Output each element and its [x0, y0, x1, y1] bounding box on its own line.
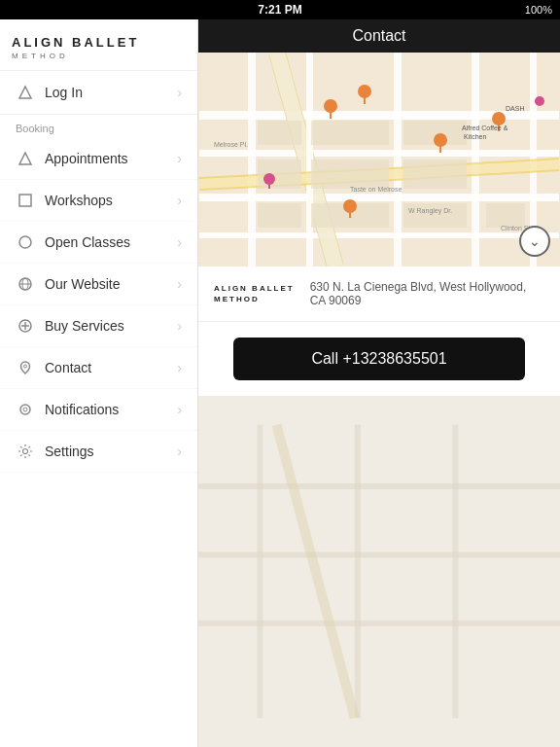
- logo-subtitle: METHOD: [12, 52, 186, 60]
- svg-rect-28: [311, 160, 389, 189]
- info-logo-line2: METHOD: [214, 294, 295, 304]
- status-time: 7:21 PM: [258, 3, 301, 17]
- svg-rect-50: [198, 551, 560, 557]
- workshops-label: Workshops: [45, 193, 177, 208]
- sidebar-item-notifications[interactable]: Notifications ›: [0, 389, 197, 431]
- chevron-right-icon: ›: [177, 276, 182, 292]
- sidebar-item-contact[interactable]: Contact ›: [0, 347, 197, 389]
- svg-rect-53: [355, 425, 361, 719]
- svg-rect-24: [258, 121, 301, 145]
- booking-section-label: Booking: [0, 115, 197, 138]
- sidebar-item-settings[interactable]: Settings ›: [0, 431, 197, 473]
- svg-rect-54: [452, 425, 458, 719]
- notifications-label: Notifications: [45, 402, 177, 417]
- svg-rect-49: [198, 483, 560, 489]
- open-classes-label: Open Classes: [45, 234, 177, 250]
- chevron-right-icon: ›: [177, 402, 182, 417]
- svg-rect-2: [19, 195, 31, 206]
- buy-services-label: Buy Services: [45, 318, 177, 334]
- user-icon: [16, 83, 35, 102]
- svg-rect-19: [248, 53, 256, 267]
- open-classes-icon: [16, 232, 35, 252]
- globe-icon: [16, 274, 35, 294]
- sidebar-item-buy-services[interactable]: Buy Services ›: [0, 305, 197, 347]
- status-right: 100%: [525, 4, 552, 16]
- svg-point-12: [23, 408, 27, 411]
- chevron-right-icon: ›: [177, 85, 182, 100]
- svg-point-3: [19, 236, 31, 248]
- logo-area: ALIGN BALLET METHOD: [0, 19, 197, 71]
- svg-text:Melrose Pl.: Melrose Pl.: [214, 141, 248, 148]
- login-row[interactable]: Log In ›: [0, 71, 197, 115]
- svg-marker-1: [19, 153, 31, 164]
- svg-point-10: [24, 365, 27, 368]
- contact-icon: [16, 358, 35, 377]
- our-website-label: Our Website: [45, 276, 177, 292]
- info-section: ALIGN BALLET METHOD 630 N. La Cienega Bl…: [198, 267, 560, 322]
- appointments-label: Appointments: [45, 151, 177, 166]
- svg-rect-52: [257, 425, 262, 719]
- sidebar-item-workshops[interactable]: Workshops ›: [0, 180, 197, 222]
- notifications-icon: [16, 400, 35, 419]
- svg-marker-0: [19, 87, 31, 98]
- logo-title: ALIGN BALLET: [12, 35, 186, 50]
- svg-point-13: [23, 449, 28, 454]
- contact-header: Contact: [198, 19, 560, 53]
- info-address: 630 N. La Cienega Blvd, West Hollywood, …: [310, 280, 544, 307]
- battery-indicator: 100%: [525, 4, 552, 16]
- sidebar-item-our-website[interactable]: Our Website ›: [0, 264, 197, 305]
- info-logo: ALIGN BALLET METHOD: [214, 283, 295, 304]
- login-label: Log In: [45, 85, 177, 100]
- bottom-map: [198, 396, 560, 747]
- chevron-right-icon: ›: [177, 318, 182, 334]
- settings-label: Settings: [45, 444, 177, 459]
- svg-rect-30: [258, 203, 301, 228]
- map-area: Melrose Pl. Taste on Melrose W Rangley D…: [198, 53, 560, 267]
- svg-text:Alfred Coffee &: Alfred Coffee &: [462, 124, 508, 131]
- status-bar: 7:21 PM 100%: [0, 0, 560, 19]
- contact-label: Contact: [45, 360, 177, 375]
- settings-icon: [16, 442, 35, 461]
- svg-text:Taste on Melrose: Taste on Melrose: [350, 186, 402, 193]
- contact-title: Contact: [352, 27, 405, 44]
- appointments-icon: [16, 149, 35, 168]
- svg-text:DASH: DASH: [506, 105, 524, 112]
- right-panel: Contact: [198, 19, 560, 747]
- svg-text:W Rangley Dr.: W Rangley Dr.: [408, 207, 452, 215]
- svg-rect-27: [258, 160, 301, 189]
- chevron-right-icon: ›: [177, 193, 182, 208]
- chevron-right-icon: ›: [177, 444, 182, 459]
- svg-rect-21: [394, 53, 402, 267]
- svg-rect-29: [403, 160, 467, 189]
- chevron-right-icon: ›: [177, 151, 182, 166]
- chevron-down-button[interactable]: ⌄: [519, 226, 550, 257]
- main-container: ALIGN BALLET METHOD Log In › Booking Ap: [0, 19, 560, 747]
- svg-point-11: [20, 405, 30, 414]
- sidebar-item-appointments[interactable]: Appointments ›: [0, 138, 197, 180]
- sidebar: ALIGN BALLET METHOD Log In › Booking Ap: [0, 19, 198, 747]
- svg-rect-25: [311, 121, 389, 145]
- call-button[interactable]: Call +13238635501: [233, 338, 525, 380]
- info-logo-line1: ALIGN BALLET: [214, 283, 295, 294]
- svg-point-40: [535, 96, 544, 106]
- svg-rect-51: [198, 621, 560, 626]
- chevron-right-icon: ›: [177, 360, 182, 375]
- svg-rect-48: [198, 425, 560, 719]
- sidebar-item-open-classes[interactable]: Open Classes ›: [0, 222, 197, 264]
- buy-services-icon: [16, 316, 35, 336]
- workshops-icon: [16, 191, 35, 210]
- svg-rect-22: [472, 53, 479, 267]
- svg-text:Kitchen: Kitchen: [464, 133, 486, 140]
- chevron-right-icon: ›: [177, 234, 182, 250]
